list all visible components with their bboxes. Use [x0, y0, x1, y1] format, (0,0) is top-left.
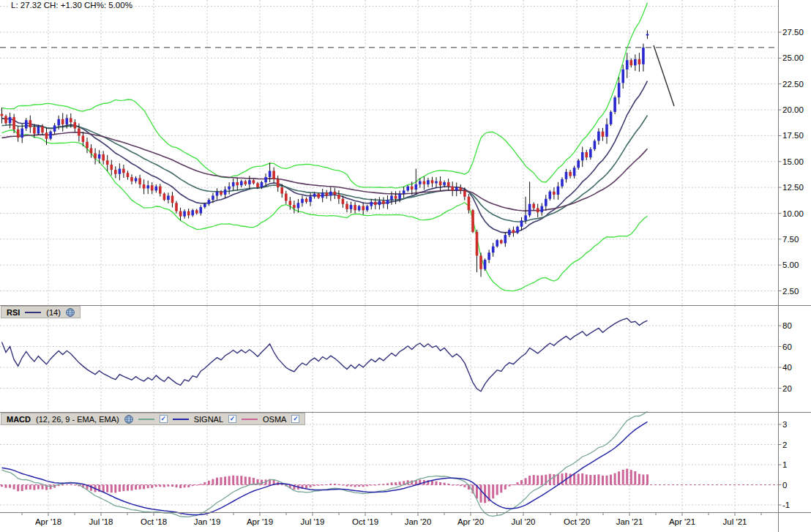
- candle: [354, 205, 356, 210]
- candle: [280, 187, 283, 194]
- candle: [216, 192, 219, 196]
- signal-line-swatch: [173, 419, 189, 420]
- candle: [610, 112, 613, 124]
- candle: [508, 230, 511, 235]
- candle: [256, 183, 259, 187]
- candle: [138, 178, 141, 184]
- candle: [334, 192, 337, 195]
- candle: [537, 208, 539, 212]
- svg-text:12.50: 12.50: [782, 183, 804, 192]
- macd-checkbox[interactable]: ✓: [160, 415, 168, 423]
- candle: [289, 201, 292, 206]
- svg-text:Jan '19: Jan '19: [194, 517, 221, 526]
- candle: [236, 182, 239, 185]
- chart-canvas[interactable]: 27.5025.0022.5020.0017.5015.0012.5010.00…: [0, 0, 811, 532]
- macd-params: (12, 26, 9 - EMA, EMA): [36, 415, 119, 424]
- candle: [4, 116, 7, 124]
- svg-text:Oct '18: Oct '18: [141, 517, 167, 526]
- candle: [427, 180, 430, 184]
- candle: [415, 184, 418, 190]
- candle: [163, 194, 166, 201]
- svg-text:15.00: 15.00: [782, 157, 804, 166]
- candle: [179, 211, 182, 217]
- candle: [626, 60, 629, 70]
- axis-ticks: [22, 32, 782, 516]
- candle: [520, 220, 523, 227]
- candle: [53, 125, 56, 132]
- macd-line: [2, 411, 648, 517]
- candle-bodies: [1, 34, 649, 269]
- candle: [435, 181, 438, 184]
- candle: [326, 192, 329, 195]
- candle: [447, 182, 450, 187]
- signal-checkbox[interactable]: ✓: [228, 415, 236, 423]
- panel-borders: [0, 0, 811, 532]
- candle: [386, 200, 389, 204]
- bollinger-upper: [2, 3, 648, 188]
- svg-text:3: 3: [782, 420, 787, 429]
- candle: [1, 114, 4, 116]
- candle: [411, 187, 414, 190]
- candle: [395, 195, 397, 198]
- candle: [45, 132, 48, 139]
- candle: [634, 59, 637, 66]
- candle: [589, 149, 592, 157]
- svg-text:40: 40: [782, 363, 792, 372]
- candle: [439, 181, 442, 186]
- svg-text:Oct '20: Oct '20: [564, 517, 590, 526]
- candle: [98, 154, 101, 159]
- candle: [114, 170, 117, 174]
- globe-icon[interactable]: [66, 308, 75, 317]
- candle: [240, 181, 243, 186]
- candle: [248, 180, 251, 184]
- candle: [618, 83, 621, 97]
- candle: [374, 202, 377, 205]
- osma-bars: [1, 469, 649, 503]
- candle: [135, 178, 138, 181]
- candle: [191, 210, 194, 215]
- svg-text:Jan '21: Jan '21: [616, 517, 643, 526]
- candle: [577, 160, 580, 168]
- candle: [78, 129, 81, 136]
- ema-26: [2, 116, 648, 222]
- candle: [370, 202, 373, 206]
- candle: [106, 160, 109, 165]
- candle: [57, 119, 60, 126]
- candle: [366, 206, 369, 211]
- candle: [17, 130, 20, 138]
- candle: [167, 195, 170, 200]
- candle: [232, 182, 235, 187]
- svg-text:-1: -1: [782, 501, 790, 509]
- osma-swatch: [242, 419, 258, 420]
- candle: [451, 187, 454, 191]
- candle: [524, 215, 527, 220]
- candle: [553, 192, 556, 195]
- svg-text:Jul '19: Jul '19: [301, 517, 325, 526]
- svg-text:7.50: 7.50: [782, 235, 799, 244]
- candle: [549, 192, 552, 199]
- candle: [557, 187, 560, 195]
- candle: [277, 179, 280, 187]
- candle: [419, 181, 422, 184]
- svg-text:22.50: 22.50: [782, 80, 804, 89]
- osma-label: OSMA: [263, 415, 286, 424]
- candle: [122, 169, 125, 173]
- candle: [183, 211, 186, 217]
- candle: [423, 181, 426, 184]
- signal-line: [2, 422, 648, 514]
- candle: [390, 195, 393, 200]
- rsi-line: [2, 318, 648, 391]
- candle: [484, 260, 487, 269]
- globe-icon[interactable]: [124, 415, 133, 424]
- trendline-annotation: [654, 45, 674, 106]
- candle: [630, 60, 633, 65]
- candle: [309, 197, 312, 202]
- candle: [220, 192, 223, 195]
- svg-text:10.00: 10.00: [782, 209, 804, 218]
- candle: [228, 187, 231, 190]
- osma-checkbox[interactable]: ✓: [291, 415, 299, 423]
- candle: [264, 177, 267, 182]
- svg-text:Jan '20: Jan '20: [405, 517, 432, 526]
- candle: [159, 187, 162, 194]
- macd-line-swatch: [138, 419, 154, 420]
